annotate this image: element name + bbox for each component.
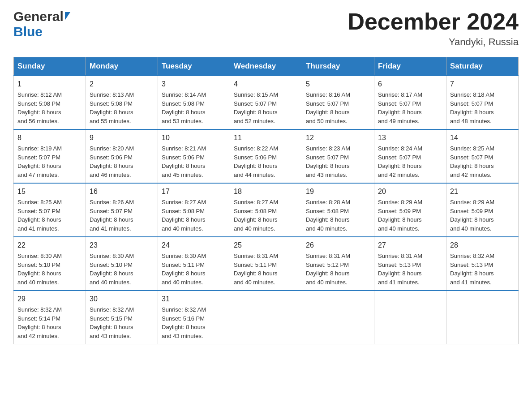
calendar-day-cell: 1 Sunrise: 8:12 AMSunset: 5:08 PMDayligh… [14, 76, 86, 129]
calendar-day-cell: 14 Sunrise: 8:25 AMSunset: 5:07 PMDaylig… [446, 129, 519, 183]
column-header-saturday: Saturday [446, 57, 519, 76]
calendar-day-cell: 6 Sunrise: 8:17 AMSunset: 5:07 PMDayligh… [374, 76, 446, 129]
column-header-sunday: Sunday [14, 57, 86, 76]
column-header-thursday: Thursday [302, 57, 374, 76]
calendar-day-cell: 26 Sunrise: 8:31 AMSunset: 5:12 PMDaylig… [302, 237, 374, 291]
calendar-day-cell: 9 Sunrise: 8:20 AMSunset: 5:06 PMDayligh… [86, 129, 158, 183]
day-number: 19 [306, 186, 370, 197]
day-info: Sunrise: 8:28 AMSunset: 5:08 PMDaylight:… [306, 199, 350, 232]
logo: General Blue [13, 9, 70, 39]
day-number: 27 [378, 240, 442, 251]
day-number: 20 [378, 186, 442, 197]
logo-arrow-icon [65, 12, 70, 20]
day-info: Sunrise: 8:24 AMSunset: 5:07 PMDaylight:… [378, 145, 422, 178]
calendar-day-cell: 30 Sunrise: 8:32 AMSunset: 5:15 PMDaylig… [86, 291, 158, 344]
day-number: 22 [17, 240, 82, 251]
calendar-day-cell: 16 Sunrise: 8:26 AMSunset: 5:07 PMDaylig… [86, 183, 158, 237]
calendar-day-cell: 21 Sunrise: 8:29 AMSunset: 5:09 PMDaylig… [446, 183, 519, 237]
calendar-day-cell: 12 Sunrise: 8:23 AMSunset: 5:07 PMDaylig… [302, 129, 374, 183]
day-info: Sunrise: 8:19 AMSunset: 5:07 PMDaylight:… [17, 145, 62, 178]
day-number: 24 [162, 240, 226, 251]
day-info: Sunrise: 8:29 AMSunset: 5:09 PMDaylight:… [378, 199, 422, 232]
calendar-week-row: 22 Sunrise: 8:30 AMSunset: 5:10 PMDaylig… [14, 237, 519, 291]
day-info: Sunrise: 8:23 AMSunset: 5:07 PMDaylight:… [306, 145, 350, 178]
calendar-day-cell: 7 Sunrise: 8:18 AMSunset: 5:07 PMDayligh… [446, 76, 519, 129]
page-header: General Blue December 2024 Yandyki, Russ… [13, 9, 519, 48]
calendar-day-cell: 27 Sunrise: 8:31 AMSunset: 5:13 PMDaylig… [374, 237, 446, 291]
day-info: Sunrise: 8:32 AMSunset: 5:16 PMDaylight:… [162, 306, 206, 339]
day-info: Sunrise: 8:32 AMSunset: 5:15 PMDaylight:… [90, 306, 134, 339]
day-number: 23 [90, 240, 154, 251]
day-info: Sunrise: 8:26 AMSunset: 5:07 PMDaylight:… [90, 199, 134, 232]
calendar-week-row: 29 Sunrise: 8:32 AMSunset: 5:14 PMDaylig… [14, 291, 519, 344]
day-number: 30 [90, 294, 154, 304]
logo-blue-text: Blue [13, 24, 43, 39]
day-number: 25 [234, 240, 298, 251]
calendar-empty-cell [230, 291, 302, 344]
calendar-day-cell: 25 Sunrise: 8:31 AMSunset: 5:11 PMDaylig… [230, 237, 302, 291]
day-number: 10 [162, 133, 226, 143]
day-info: Sunrise: 8:13 AMSunset: 5:08 PMDaylight:… [90, 91, 134, 124]
day-number: 17 [162, 186, 226, 197]
month-title: December 2024 [348, 9, 519, 34]
day-info: Sunrise: 8:27 AMSunset: 5:08 PMDaylight:… [234, 199, 278, 232]
day-info: Sunrise: 8:17 AMSunset: 5:07 PMDaylight:… [378, 91, 422, 124]
day-info: Sunrise: 8:25 AMSunset: 5:07 PMDaylight:… [17, 199, 62, 232]
day-info: Sunrise: 8:12 AMSunset: 5:08 PMDaylight:… [17, 91, 62, 124]
calendar-day-cell: 23 Sunrise: 8:30 AMSunset: 5:10 PMDaylig… [86, 237, 158, 291]
day-number: 9 [90, 133, 154, 143]
day-number: 5 [306, 79, 370, 90]
day-info: Sunrise: 8:20 AMSunset: 5:06 PMDaylight:… [90, 145, 134, 178]
day-info: Sunrise: 8:30 AMSunset: 5:10 PMDaylight:… [17, 253, 62, 286]
day-info: Sunrise: 8:18 AMSunset: 5:07 PMDaylight:… [450, 91, 494, 124]
day-number: 28 [450, 240, 515, 251]
day-info: Sunrise: 8:31 AMSunset: 5:12 PMDaylight:… [306, 253, 350, 286]
day-number: 2 [90, 79, 154, 90]
day-info: Sunrise: 8:16 AMSunset: 5:07 PMDaylight:… [306, 91, 350, 124]
calendar-day-cell: 8 Sunrise: 8:19 AMSunset: 5:07 PMDayligh… [14, 129, 86, 183]
calendar-day-cell: 15 Sunrise: 8:25 AMSunset: 5:07 PMDaylig… [14, 183, 86, 237]
column-header-tuesday: Tuesday [158, 57, 230, 76]
day-info: Sunrise: 8:30 AMSunset: 5:10 PMDaylight:… [90, 253, 134, 286]
day-info: Sunrise: 8:31 AMSunset: 5:11 PMDaylight:… [234, 253, 278, 286]
title-block: December 2024 Yandyki, Russia [348, 9, 519, 48]
day-number: 4 [234, 79, 298, 90]
calendar-day-cell: 18 Sunrise: 8:27 AMSunset: 5:08 PMDaylig… [230, 183, 302, 237]
calendar-day-cell: 5 Sunrise: 8:16 AMSunset: 5:07 PMDayligh… [302, 76, 374, 129]
calendar-day-cell: 4 Sunrise: 8:15 AMSunset: 5:07 PMDayligh… [230, 76, 302, 129]
calendar-table: SundayMondayTuesdayWednesdayThursdayFrid… [13, 57, 519, 344]
day-number: 7 [450, 79, 515, 90]
day-info: Sunrise: 8:14 AMSunset: 5:08 PMDaylight:… [162, 91, 206, 124]
day-info: Sunrise: 8:29 AMSunset: 5:09 PMDaylight:… [450, 199, 494, 232]
day-number: 8 [17, 133, 82, 143]
calendar-day-cell: 24 Sunrise: 8:30 AMSunset: 5:11 PMDaylig… [158, 237, 230, 291]
day-number: 1 [17, 79, 82, 90]
day-number: 31 [162, 294, 226, 304]
day-info: Sunrise: 8:25 AMSunset: 5:07 PMDaylight:… [450, 145, 494, 178]
calendar-day-cell: 31 Sunrise: 8:32 AMSunset: 5:16 PMDaylig… [158, 291, 230, 344]
day-info: Sunrise: 8:21 AMSunset: 5:06 PMDaylight:… [162, 145, 206, 178]
calendar-day-cell: 17 Sunrise: 8:27 AMSunset: 5:08 PMDaylig… [158, 183, 230, 237]
day-info: Sunrise: 8:32 AMSunset: 5:14 PMDaylight:… [17, 306, 62, 339]
day-number: 15 [17, 186, 82, 197]
column-header-monday: Monday [86, 57, 158, 76]
calendar-week-row: 15 Sunrise: 8:25 AMSunset: 5:07 PMDaylig… [14, 183, 519, 237]
logo-general-text: General [13, 9, 64, 24]
calendar-empty-cell [374, 291, 446, 344]
day-number: 14 [450, 133, 515, 143]
day-info: Sunrise: 8:30 AMSunset: 5:11 PMDaylight:… [162, 253, 206, 286]
day-number: 29 [17, 294, 82, 304]
day-number: 26 [306, 240, 370, 251]
day-number: 11 [234, 133, 298, 143]
calendar-day-cell: 13 Sunrise: 8:24 AMSunset: 5:07 PMDaylig… [374, 129, 446, 183]
calendar-day-cell: 3 Sunrise: 8:14 AMSunset: 5:08 PMDayligh… [158, 76, 230, 129]
column-header-friday: Friday [374, 57, 446, 76]
calendar-day-cell: 20 Sunrise: 8:29 AMSunset: 5:09 PMDaylig… [374, 183, 446, 237]
day-number: 3 [162, 79, 226, 90]
calendar-empty-cell [302, 291, 374, 344]
day-number: 21 [450, 186, 515, 197]
day-info: Sunrise: 8:31 AMSunset: 5:13 PMDaylight:… [378, 253, 422, 286]
day-number: 12 [306, 133, 370, 143]
calendar-day-cell: 28 Sunrise: 8:32 AMSunset: 5:13 PMDaylig… [446, 237, 519, 291]
calendar-week-row: 8 Sunrise: 8:19 AMSunset: 5:07 PMDayligh… [14, 129, 519, 183]
